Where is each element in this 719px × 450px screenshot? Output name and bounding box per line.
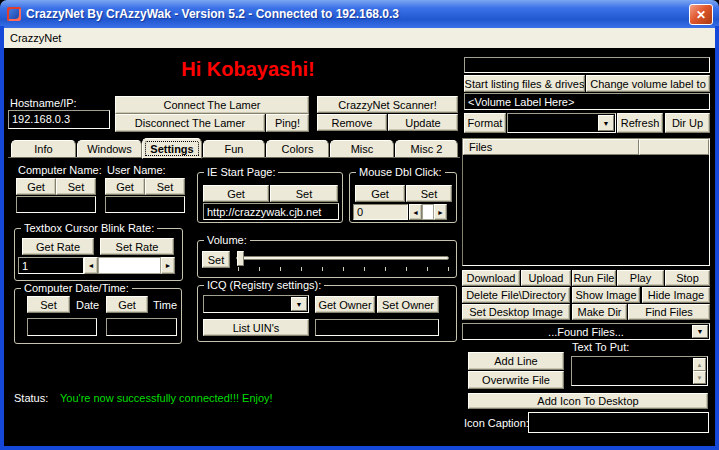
computer-name-label: Computer Name: [18, 164, 102, 176]
mouse-scroll-track[interactable] [422, 204, 434, 220]
mouse-dbl-click-label: Mouse Dbl Click: [356, 166, 445, 179]
mouse-scroll-right-icon[interactable]: ► [434, 204, 447, 220]
user-name-set-button[interactable]: Set [145, 178, 185, 195]
get-owner-button[interactable]: Get Owner [315, 296, 375, 313]
disconnect-button[interactable]: Disconnect The Lamer [115, 114, 265, 132]
ie-start-page-label: IE Start Page: [204, 166, 278, 179]
show-image-button[interactable]: Show Image [572, 287, 640, 303]
tab-misc2[interactable]: Misc 2 [395, 140, 458, 158]
spin-up-icon[interactable]: ▲ [693, 358, 706, 371]
date-input[interactable] [27, 318, 97, 336]
time-get-button[interactable]: Get [106, 296, 148, 313]
computer-name-set-button[interactable]: Set [56, 178, 96, 195]
blink-scroll-right-icon[interactable]: ► [161, 257, 175, 274]
scanner-button[interactable]: CrazzyNet Scanner! [317, 96, 458, 113]
icq-label: ICQ (Registry settings): [204, 279, 324, 292]
tab-settings[interactable]: Settings [142, 138, 202, 159]
files-column-header-extra[interactable] [639, 139, 709, 155]
chevron-down-icon[interactable]: ▼ [692, 325, 708, 338]
start-listing-button[interactable]: Start listing files & drives [464, 75, 585, 92]
make-dir-button[interactable]: Make Dir [572, 304, 627, 320]
hostname-input[interactable]: 192.168.0.3 [8, 110, 110, 129]
blink-scroll-left-icon[interactable]: ◄ [84, 257, 98, 274]
update-button[interactable]: Update [388, 114, 458, 131]
tab-strip-line [8, 157, 460, 158]
volume-label-input[interactable]: <Volume Label Here> [464, 93, 710, 110]
text-to-put-label: Text To Put: [572, 341, 629, 353]
add-icon-to-desktop-button[interactable]: Add Icon To Desktop [468, 393, 708, 409]
date-label: Date [76, 299, 99, 311]
icon-caption-input[interactable] [528, 412, 709, 433]
hostname-label: Hostname/IP: [10, 97, 77, 109]
computer-name-get-button[interactable]: Get [16, 178, 56, 195]
ie-set-button[interactable]: Set [270, 185, 338, 202]
user-name-get-button[interactable]: Get [105, 178, 145, 195]
text-to-put-input[interactable] [571, 356, 708, 386]
chevron-down-icon[interactable]: ▼ [598, 115, 614, 131]
computer-name-input[interactable] [16, 196, 96, 213]
overwrite-file-button[interactable]: Overwrite File [468, 371, 564, 389]
add-line-button[interactable]: Add Line [468, 352, 564, 370]
mouse-get-button[interactable]: Get [355, 185, 405, 202]
files-column-header[interactable]: Files [463, 139, 639, 155]
window-border-right [715, 26, 719, 450]
time-input[interactable] [106, 318, 177, 336]
mouse-set-button[interactable]: Set [406, 185, 452, 202]
set-rate-button[interactable]: Set Rate [100, 238, 174, 255]
date-set-button[interactable]: Set [27, 296, 70, 313]
datetime-label: Computer Date/Time: [21, 282, 132, 295]
tab-misc[interactable]: Misc [330, 140, 394, 158]
list-uins-button[interactable]: List UIN's [203, 319, 309, 336]
volume-slider-track[interactable] [236, 256, 449, 260]
set-owner-button[interactable]: Set Owner [377, 296, 439, 313]
set-desktop-image-button[interactable]: Set Desktop Image [462, 304, 570, 320]
ie-url-input[interactable]: http://crazzywak.cjb.net [203, 203, 339, 220]
blink-rate-input[interactable]: 1 [18, 257, 84, 274]
app-window: CrazzyNet By CrAzzyWak - Version 5.2 - C… [0, 0, 719, 450]
status-message: You're now successfully connected!!! Enj… [60, 392, 273, 404]
tab-info[interactable]: Info [11, 140, 76, 158]
play-button[interactable]: Play [617, 270, 664, 286]
upload-button[interactable]: Upload [521, 270, 571, 286]
refresh-button[interactable]: Refresh [617, 113, 663, 133]
hide-image-button[interactable]: Hide Image [642, 287, 710, 303]
ie-get-button[interactable]: Get [203, 185, 269, 202]
delete-file-button[interactable]: Delete File\Directory [462, 287, 570, 303]
get-rate-button[interactable]: Get Rate [22, 238, 94, 255]
mouse-scroll-left-icon[interactable]: ◄ [409, 204, 422, 220]
stop-button[interactable]: Stop [665, 270, 710, 286]
format-button[interactable]: Format [464, 113, 506, 133]
greeting-text: Hi Kobayashi! [168, 58, 328, 81]
tab-windows[interactable]: Windows [77, 140, 142, 158]
chevron-down-icon[interactable]: ▼ [291, 297, 307, 311]
ping-button[interactable]: Ping! [266, 114, 309, 132]
user-name-input[interactable] [105, 196, 185, 213]
files-list[interactable]: Files [462, 138, 710, 266]
find-files-button[interactable]: Find Files [628, 304, 710, 320]
download-button[interactable]: Download [462, 270, 520, 286]
volume-slider-thumb[interactable] [237, 251, 244, 266]
found-files-combo[interactable]: ...Found Files... ▼ [462, 323, 710, 340]
volume-set-button[interactable]: Set [202, 251, 230, 268]
tab-colors[interactable]: Colors [266, 140, 329, 158]
icq-owner-input[interactable] [315, 319, 439, 336]
icq-combo[interactable]: ▼ [203, 295, 309, 313]
remove-button[interactable]: Remove [317, 114, 387, 131]
icon-caption-label: Icon Caption: [464, 417, 529, 429]
path-input[interactable] [464, 57, 710, 73]
tab-fun[interactable]: Fun [203, 140, 265, 158]
format-combo[interactable]: ▼ [507, 113, 616, 133]
run-file-button[interactable]: Run File [572, 270, 616, 286]
blink-scroll-track[interactable] [98, 257, 161, 274]
connect-button[interactable]: Connect The Lamer [115, 96, 309, 114]
volume-slider-ticks [238, 267, 450, 271]
change-volume-button[interactable]: Change volume label to [586, 75, 710, 92]
time-label: Time [153, 299, 177, 311]
window-border-left [0, 26, 4, 450]
close-icon[interactable]: ✕ [689, 4, 713, 25]
spin-down-icon[interactable]: ▼ [693, 371, 706, 384]
menu-item-crazzynet[interactable]: CrazzyNet [4, 30, 67, 46]
title-bar[interactable]: CrazzyNet By CrAzzyWak - Version 5.2 - C… [0, 0, 719, 28]
mouse-dbl-click-input[interactable]: 0 [353, 204, 408, 220]
dir-up-button[interactable]: Dir Up [665, 113, 710, 133]
